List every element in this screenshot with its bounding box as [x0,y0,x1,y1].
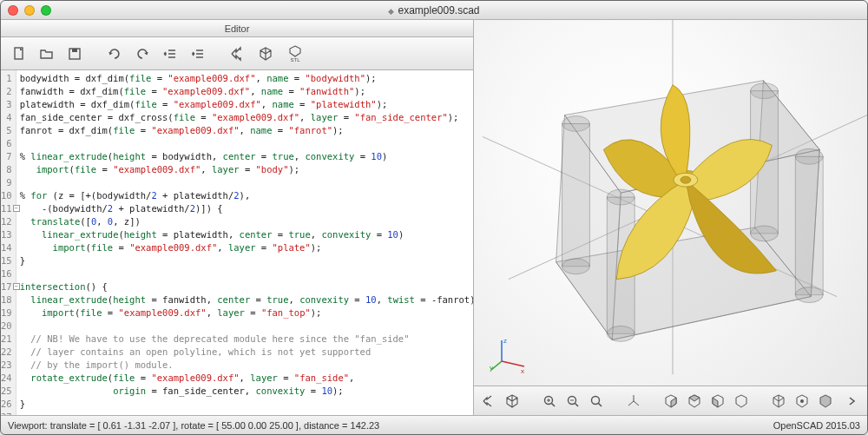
svg-point-21 [681,176,691,183]
open-button[interactable] [34,42,60,66]
viewport-3d[interactable]: z y x [474,20,867,415]
window-title: example009.scad [1,4,867,16]
save-button[interactable] [62,42,88,66]
svg-text:STL: STL [290,57,300,63]
version-text: OpenSCAD 2015.03 [773,420,860,431]
editor-pane: Editor STL 1234567891011−121314151617−18… [1,20,474,415]
app-window: example009.scad Editor STL 1234567891011… [0,0,868,435]
svg-text:y: y [490,364,493,372]
view-top-icon[interactable] [685,390,705,412]
indent-button[interactable] [185,42,211,66]
code-editor[interactable]: 1234567891011−121314151617−1819202122232… [1,70,473,415]
vt-render-icon[interactable] [503,390,523,412]
view-left-icon[interactable] [708,390,728,412]
zoom-button[interactable] [41,5,51,16]
titlebar: example009.scad [1,1,867,20]
svg-line-33 [575,403,579,406]
code-content[interactable]: bodywidth = dxf_dim(file = "example009.d… [16,70,473,415]
line-gutter: 1234567891011−121314151617−1819202122232… [1,70,16,415]
close-button[interactable] [8,5,18,16]
view-diagonal-icon[interactable] [769,390,789,412]
editor-toolbar: STL [1,37,473,70]
svg-point-9 [562,259,590,274]
svg-line-26 [502,361,524,366]
vt-preview-icon[interactable] [479,390,499,412]
preview-button[interactable] [225,42,251,66]
chevron-right-icon[interactable] [842,390,862,412]
axes-toggle-icon[interactable] [624,390,644,412]
viewport-info-text: Viewport: translate = [ 0.61 -1.31 -2.07… [8,420,379,431]
view-front-icon[interactable] [731,390,751,412]
content-area: Editor STL 1234567891011−121314151617−18… [1,20,867,415]
svg-rect-2 [72,49,77,52]
svg-line-39 [634,401,639,405]
window-controls [8,5,51,16]
svg-point-35 [592,396,600,404]
zoom-in-icon[interactable] [540,390,560,412]
svg-text:x: x [521,367,524,373]
svg-rect-8 [562,123,590,266]
zoom-out-icon[interactable] [563,390,583,412]
svg-point-40 [800,399,804,403]
stl-export-button[interactable]: STL [280,42,310,66]
svg-line-36 [599,403,602,406]
view-right-icon[interactable] [661,390,681,412]
svg-line-29 [552,403,556,406]
svg-line-38 [628,401,634,405]
svg-rect-14 [795,156,823,294]
svg-point-12 [751,226,779,241]
view-perspective-icon[interactable] [815,390,835,412]
svg-text:z: z [503,337,507,345]
viewport-toolbar [474,386,867,415]
view-center-icon[interactable] [792,390,812,412]
axis-indicator: z y x [490,335,528,373]
zoom-fit-icon[interactable] [587,390,607,412]
statusbar: Viewport: translate = [ 0.61 -1.31 -2.07… [1,415,867,434]
minimize-button[interactable] [24,5,35,16]
unindent-button[interactable] [157,42,183,66]
svg-point-18 [607,326,635,341]
redo-button[interactable] [129,42,155,66]
render-button[interactable] [253,42,279,66]
undo-button[interactable] [102,42,128,66]
svg-point-15 [795,287,823,303]
editor-pane-title: Editor [1,20,473,37]
model-view[interactable] [474,20,867,400]
new-button[interactable] [6,42,32,66]
